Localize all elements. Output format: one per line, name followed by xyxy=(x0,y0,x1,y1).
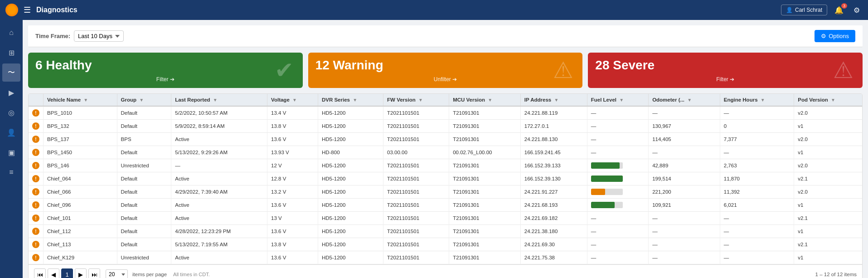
col-vehicle-name[interactable]: Vehicle Name ▼ xyxy=(44,94,117,106)
row-warning-icon: ! xyxy=(29,106,44,120)
sidebar-item-users[interactable]: 👤 xyxy=(2,123,20,141)
table-row[interactable]: !Chief_K129UnrestrictedActive13.6 VHD5-1… xyxy=(29,251,862,264)
table-row[interactable]: !Chief_096DefaultActive13.6 VHD5-1200T20… xyxy=(29,199,862,212)
cell-ip-address: 166.159.241.45 xyxy=(520,146,587,159)
user-menu-button[interactable]: 👤 Carl Schrat xyxy=(781,5,827,15)
cell-vehicle-name: Chief_064 xyxy=(44,172,117,185)
col-engine-hours[interactable]: Engine Hours ▼ xyxy=(720,94,794,106)
sidebar-item-home[interactable]: ⌂ xyxy=(2,24,20,42)
cell-group: Default xyxy=(117,238,171,251)
cell-ip-address: 166.152.39.130 xyxy=(520,172,587,185)
warning-card[interactable]: 12 Warning ⚠ Unfilter ➔ xyxy=(308,53,583,88)
items-per-page-label: items per page xyxy=(132,272,167,277)
cell-last-reported: Active xyxy=(171,212,267,225)
hamburger-icon[interactable]: ☰ xyxy=(24,5,31,15)
healthy-filter-action[interactable]: Filter ➔ xyxy=(35,76,296,83)
last-page-button[interactable]: ⏭ xyxy=(88,268,100,278)
cell-odometer: 199,514 xyxy=(649,172,720,185)
cell-group: BPS xyxy=(117,133,171,146)
options-button[interactable]: ⚙ Options xyxy=(815,30,855,42)
table-row[interactable]: !Chief_101DefaultActive13 VHD5-1200T2021… xyxy=(29,212,862,225)
cell-last-reported: Active xyxy=(171,133,267,146)
warning-circle-icon: ! xyxy=(32,109,39,117)
cell-fw-version: T2021101501 xyxy=(383,225,449,238)
row-warning-icon: ! xyxy=(29,120,44,133)
first-page-button[interactable]: ⏮ xyxy=(34,268,46,278)
timeframe-label: Time Frame: xyxy=(35,33,70,39)
col-ip-address[interactable]: IP Address ▼ xyxy=(520,94,587,106)
col-pod-version[interactable]: Pod Version ▼ xyxy=(794,94,862,106)
cell-odometer: — xyxy=(649,225,720,238)
warning-circle-icon: ! xyxy=(32,149,39,156)
cell-odometer: 221,200 xyxy=(649,185,720,199)
table-row[interactable]: !BPS_1450Default5/13/2022, 9:29:26 AM13.… xyxy=(29,146,862,159)
table-row[interactable]: !Chief_112Default4/28/2022, 12:23:29 PM1… xyxy=(29,225,862,238)
settings-button[interactable]: ⚙ xyxy=(851,4,863,16)
items-per-page-select[interactable]: 20 50 100 xyxy=(106,269,128,278)
sidebar-item-diagnostics[interactable]: 〜 xyxy=(2,63,20,82)
col-fw-version[interactable]: FW Version ▼ xyxy=(383,94,449,106)
table-row[interactable]: !Chief_113Default5/13/2022, 7:19:55 AM13… xyxy=(29,238,862,251)
cell-odometer: — xyxy=(649,251,720,264)
cell-dvr-series: HD5-1200 xyxy=(318,106,383,120)
fuel-bar xyxy=(591,189,606,195)
col-voltage[interactable]: Voltage ▼ xyxy=(267,94,318,106)
warning-circle-icon: ! xyxy=(32,201,39,209)
cell-pod-version: v1 xyxy=(794,225,862,238)
table-row[interactable]: !BPS_146Unrestricted—12 VHD5-1200T202110… xyxy=(29,159,862,172)
cell-ip-address: 24.221.91.227 xyxy=(520,185,587,199)
prev-page-button[interactable]: ◀ xyxy=(48,268,59,278)
current-page-button[interactable]: 1 xyxy=(61,268,73,278)
table-row[interactable]: !BPS_137BPSActive13.6 VHD5-1200T20211015… xyxy=(29,133,862,146)
warning-filter-action[interactable]: Unfilter ➔ xyxy=(315,76,576,83)
warning-circle-icon: ! xyxy=(32,241,39,248)
sidebar-item-network[interactable]: ◎ xyxy=(2,103,20,122)
col-dvr-series[interactable]: DVR Series ▼ xyxy=(318,94,383,106)
sidebar-item-video[interactable]: ▶ xyxy=(2,83,20,102)
sidebar-item-reports[interactable]: ≡ xyxy=(2,163,20,181)
row-warning-icon: ! xyxy=(29,251,44,264)
cell-dvr-series: HD5-1200 xyxy=(318,225,383,238)
table-row[interactable]: !Chief_064DefaultActive12.8 VHD5-1200T20… xyxy=(29,172,862,185)
cell-group: Default xyxy=(117,120,171,133)
table-row[interactable]: !Chief_066Default4/29/2022, 7:39:40 AM13… xyxy=(29,185,862,199)
healthy-count: 6 Healthy xyxy=(35,58,92,73)
next-page-button[interactable]: ▶ xyxy=(75,268,87,278)
cell-pod-version: v2.1 xyxy=(794,172,862,185)
row-warning-icon: ! xyxy=(29,212,44,225)
sidebar-item-messages[interactable]: ▣ xyxy=(2,143,20,161)
cell-last-reported: 4/29/2022, 7:39:40 AM xyxy=(171,185,267,199)
vehicles-table-container: Vehicle Name ▼ Group ▼ Last Reported ▼ V… xyxy=(28,93,863,278)
cell-pod-version: v1 xyxy=(794,120,862,133)
notifications-button[interactable]: 🔔 3 xyxy=(832,4,846,16)
cell-engine-hours: — xyxy=(720,146,794,159)
fuel-bar xyxy=(591,202,615,208)
healthy-card[interactable]: 6 Healthy ✔ Filter ➔ xyxy=(28,53,303,88)
warning-circle-icon: ! xyxy=(32,175,39,182)
col-group[interactable]: Group ▼ xyxy=(117,94,171,106)
gear-icon: ⚙ xyxy=(821,33,826,39)
cell-ip-address: 24.221.75.38 xyxy=(520,251,587,264)
cell-fw-version: T2021101501 xyxy=(383,106,449,120)
cell-ip-address: 24.221.69.30 xyxy=(520,238,587,251)
col-odometer[interactable]: Odometer (... ▼ xyxy=(649,94,720,106)
cell-fuel-level xyxy=(587,172,648,185)
severe-card[interactable]: 28 Severe ⚠ Filter ➔ xyxy=(588,53,863,88)
sidebar-item-map[interactable]: ⊞ xyxy=(2,44,20,62)
cell-engine-hours: — xyxy=(720,251,794,264)
col-last-reported[interactable]: Last Reported ▼ xyxy=(171,94,267,106)
row-warning-icon: ! xyxy=(29,133,44,146)
cell-dvr-series: HD5-1200 xyxy=(318,185,383,199)
col-mcu-version[interactable]: MCU Version ▼ xyxy=(449,94,521,106)
severe-filter-action[interactable]: Filter ➔ xyxy=(595,76,855,83)
cell-fw-version: T2021101501 xyxy=(383,185,449,199)
table-row[interactable]: !BPS_132Default5/9/2022, 8:59:14 AM13.8 … xyxy=(29,120,862,133)
timeframe-select[interactable]: Last 10 Days Last 7 Days Last 30 Days Cu… xyxy=(74,30,124,42)
cell-group: Default xyxy=(117,172,171,185)
col-fuel-level[interactable]: Fuel Level ▼ xyxy=(587,94,648,106)
col-icon xyxy=(29,94,44,106)
table-row[interactable]: !BPS_1010Default5/2/2022, 10:50:57 AM13.… xyxy=(29,106,862,120)
cell-group: Default xyxy=(117,225,171,238)
cell-engine-hours: — xyxy=(720,225,794,238)
healthy-card-header: 6 Healthy xyxy=(35,58,296,73)
